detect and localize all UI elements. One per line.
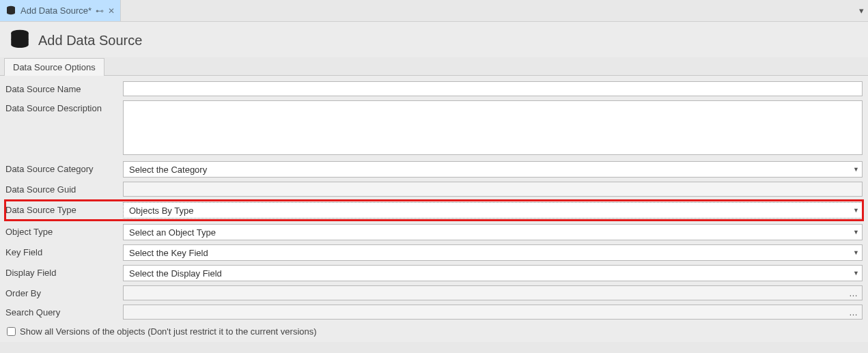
combo-data-source-type[interactable]: Objects By Type ▼ xyxy=(123,202,863,218)
chevron-down-icon: ▼ xyxy=(853,207,859,214)
field-data-source-guid xyxy=(123,182,863,197)
chevron-down-icon: ▼ xyxy=(853,166,859,173)
label-data-source-type: Data Source Type xyxy=(5,202,123,215)
checkbox-input-show-all-versions[interactable] xyxy=(7,327,16,336)
chevron-down-icon: ▼ xyxy=(853,229,859,236)
label-data-source-name: Data Source Name xyxy=(5,81,123,94)
label-key-field: Key Field xyxy=(5,244,123,257)
ellipsis-icon: … xyxy=(849,307,858,317)
database-icon xyxy=(5,5,16,16)
checkbox-show-all-versions[interactable]: Show all Versions of the objects (Don't … xyxy=(5,324,863,339)
database-icon xyxy=(8,29,31,52)
tab-overflow-dropdown[interactable]: ▾ xyxy=(859,0,864,21)
button-search-query[interactable]: … xyxy=(123,305,863,320)
checkbox-label: Show all Versions of the objects (Don't … xyxy=(20,326,317,337)
chevron-down-icon: ▾ xyxy=(859,5,864,16)
combo-value: Objects By Type xyxy=(129,206,193,216)
row-data-source-type-highlighted: Data Source Type Objects By Type ▼ xyxy=(5,201,863,220)
combo-value: Select an Object Type xyxy=(129,227,216,238)
pin-icon[interactable]: ⊷ xyxy=(96,7,104,15)
input-data-source-name[interactable] xyxy=(123,81,863,96)
input-data-source-description[interactable] xyxy=(123,100,863,155)
label-data-source-category: Data Source Category xyxy=(5,161,123,174)
options-tab-row: Data Source Options xyxy=(0,57,868,75)
ellipsis-icon: … xyxy=(849,288,858,298)
combo-display-field[interactable]: Select the Display Field ▼ xyxy=(123,265,863,281)
page-title: Add Data Source xyxy=(38,33,142,48)
combo-object-type[interactable]: Select an Object Type ▼ xyxy=(123,224,863,240)
button-order-by[interactable]: … xyxy=(123,285,863,300)
close-icon[interactable]: ✕ xyxy=(108,7,115,15)
combo-value: Select the Display Field xyxy=(129,268,222,279)
label-object-type: Object Type xyxy=(5,224,123,237)
combo-key-field[interactable]: Select the Key Field ▼ xyxy=(123,244,863,261)
label-search-query: Search Query xyxy=(5,305,123,317)
label-order-by: Order By xyxy=(5,285,123,298)
page-header: Add Data Source xyxy=(0,22,868,57)
combo-value: Select the Category xyxy=(129,165,207,175)
combo-value: Select the Key Field xyxy=(129,248,208,258)
tab-data-source-options[interactable]: Data Source Options xyxy=(4,58,104,76)
chevron-down-icon: ▼ xyxy=(853,249,859,256)
data-source-options-panel: Data Source Name Data Source Description… xyxy=(0,75,868,342)
document-tab-strip: Add Data Source* ⊷ ✕ ▾ xyxy=(0,0,868,22)
label-data-source-guid: Data Source Guid xyxy=(5,182,123,195)
label-display-field: Display Field xyxy=(5,265,123,278)
chevron-down-icon: ▼ xyxy=(853,270,859,277)
document-tab-add-data-source[interactable]: Add Data Source* ⊷ ✕ xyxy=(0,0,121,21)
document-tab-title: Add Data Source* xyxy=(20,5,92,16)
label-data-source-description: Data Source Description xyxy=(5,100,123,113)
combo-data-source-category[interactable]: Select the Category ▼ xyxy=(123,161,863,178)
